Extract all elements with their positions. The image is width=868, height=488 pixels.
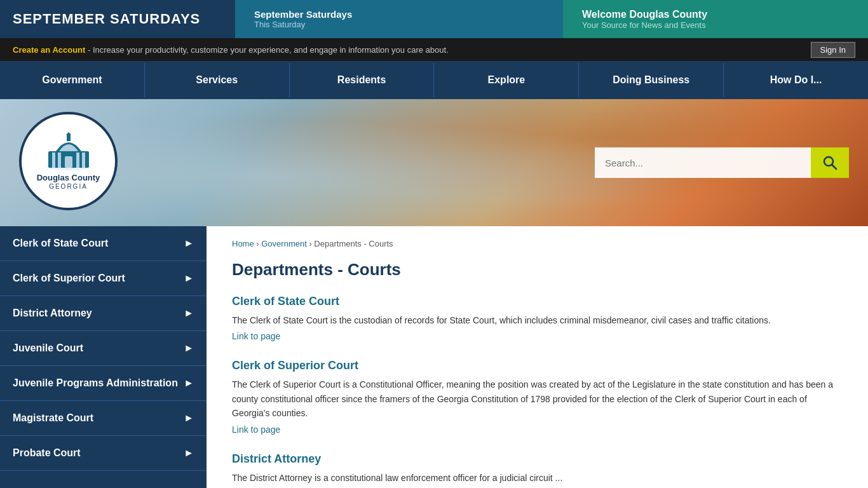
- svg-rect-4: [76, 152, 79, 168]
- account-bar-text: - Increase your productivity, customize …: [85, 45, 448, 55]
- sidebar-item-probate-court[interactable]: Probate Court ►: [0, 436, 207, 471]
- dept-section-district-attorney: District Attorney The District Attorney …: [232, 452, 843, 485]
- dept-desc-district-attorney: The District Attorney is a constitutiona…: [232, 471, 843, 485]
- account-bar: Create an Account - Increase your produc…: [0, 38, 868, 61]
- dept-title-district-attorney: District Attorney: [232, 452, 843, 466]
- chevron-right-icon: ►: [184, 273, 194, 284]
- sidebar-item-label: Clerk of Superior Court: [13, 273, 125, 284]
- nav-item-how-do-i[interactable]: How Do I...: [724, 63, 868, 97]
- chevron-right-icon: ►: [184, 412, 194, 424]
- dept-section-clerk-state: Clerk of State Court The Clerk of State …: [232, 295, 843, 341]
- banner-middle-title: September Saturdays: [254, 9, 544, 20]
- dept-desc-clerk-state: The Clerk of State Court is the custodia…: [232, 313, 843, 327]
- nav-item-explore[interactable]: Explore: [434, 63, 579, 97]
- nav-item-residents[interactable]: Residents: [290, 63, 435, 97]
- dept-link-clerk-superior[interactable]: Link to page: [232, 424, 280, 435]
- breadcrumb-government[interactable]: Government: [261, 239, 307, 248]
- svg-rect-6: [65, 156, 72, 168]
- svg-rect-5: [82, 152, 85, 168]
- breadcrumb-sep2: ›: [307, 239, 315, 248]
- breadcrumb-sep1: ›: [254, 239, 262, 248]
- dept-title-clerk-state: Clerk of State Court: [232, 295, 843, 308]
- svg-rect-7: [67, 135, 71, 141]
- sidebar-item-clerk-superior[interactable]: Clerk of Superior Court ►: [0, 261, 207, 296]
- chevron-right-icon: ►: [184, 238, 194, 249]
- breadcrumb-home[interactable]: Home: [232, 239, 254, 248]
- nav-item-services[interactable]: Services: [145, 63, 290, 97]
- dept-title-clerk-superior: Clerk of Superior Court: [232, 359, 843, 372]
- dept-desc-clerk-superior: The Clerk of Superior Court is a Constit…: [232, 377, 843, 420]
- sidebar-item-district-attorney[interactable]: District Attorney ►: [0, 296, 207, 331]
- banner-middle[interactable]: September Saturdays This Saturday: [235, 0, 563, 38]
- banner-left-title: SEPTEMBER SATURDAYS: [13, 11, 200, 27]
- dept-link-clerk-state[interactable]: Link to page: [232, 331, 280, 341]
- chevron-right-icon: ►: [184, 342, 194, 354]
- sidebar-item-clerk-state[interactable]: Clerk of State Court ►: [0, 226, 207, 261]
- banner-right[interactable]: Welcome Douglas County Your Source for N…: [563, 0, 868, 38]
- sidebar-item-juvenile-programs[interactable]: Juvenile Programs Administration ►: [0, 366, 207, 401]
- banner-right-title: Welcome Douglas County: [582, 9, 849, 20]
- svg-rect-2: [52, 152, 55, 168]
- sign-in-button[interactable]: Sign In: [811, 42, 855, 58]
- breadcrumb-current: Departments - Courts: [314, 239, 393, 248]
- sidebar-item-label: Juvenile Court: [13, 342, 83, 354]
- svg-rect-3: [58, 152, 61, 168]
- logo-circle: Douglas County GEORGIA: [19, 112, 118, 210]
- account-bar-message: Create an Account - Increase your produc…: [13, 45, 449, 55]
- sidebar-item-magistrate-court[interactable]: Magistrate Court ►: [0, 401, 207, 436]
- breadcrumb: Home › Government › Departments - Courts: [232, 239, 843, 248]
- search-input[interactable]: [595, 147, 811, 178]
- dept-section-clerk-superior: Clerk of Superior Court The Clerk of Sup…: [232, 359, 843, 434]
- chevron-right-icon: ►: [184, 377, 194, 389]
- sidebar-item-label: Clerk of State Court: [13, 238, 108, 249]
- svg-marker-8: [66, 132, 71, 135]
- nav-item-doing-business[interactable]: Doing Business: [579, 63, 724, 97]
- logo-dome-icon: [43, 132, 94, 170]
- search-button[interactable]: [811, 147, 849, 178]
- banner-left: SEPTEMBER SATURDAYS: [0, 0, 235, 38]
- top-banner: SEPTEMBER SATURDAYS September Saturdays …: [0, 0, 868, 38]
- nav-item-government[interactable]: Government: [0, 63, 145, 97]
- sidebar-item-label: Juvenile Programs Administration: [13, 377, 178, 389]
- page-title: Departments - Courts: [232, 260, 843, 280]
- hero-section: Douglas County GEORGIA: [0, 99, 868, 226]
- logo-name: Douglas County: [37, 173, 100, 183]
- sidebar-item-label: Magistrate Court: [13, 412, 93, 424]
- sidebar-item-juvenile-court[interactable]: Juvenile Court ►: [0, 331, 207, 366]
- banner-right-subtitle: Your Source for News and Events: [582, 20, 849, 30]
- chevron-right-icon: ►: [184, 308, 194, 319]
- chevron-right-icon: ►: [184, 447, 194, 459]
- search-icon: [822, 155, 837, 170]
- content-area: Clerk of State Court ► Clerk of Superior…: [0, 226, 868, 488]
- search-container: [595, 147, 849, 178]
- svg-line-10: [832, 165, 836, 169]
- logo-state: GEORGIA: [49, 183, 88, 190]
- banner-middle-subtitle: This Saturday: [254, 20, 544, 29]
- create-account-link[interactable]: Create an Account: [13, 45, 85, 55]
- main-content: Home › Government › Departments - Courts…: [207, 226, 868, 488]
- sidebar-item-label: Probate Court: [13, 447, 81, 459]
- sidebar: Clerk of State Court ► Clerk of Superior…: [0, 226, 207, 488]
- main-nav: Government Services Residents Explore Do…: [0, 61, 868, 99]
- sidebar-item-label: District Attorney: [13, 308, 92, 319]
